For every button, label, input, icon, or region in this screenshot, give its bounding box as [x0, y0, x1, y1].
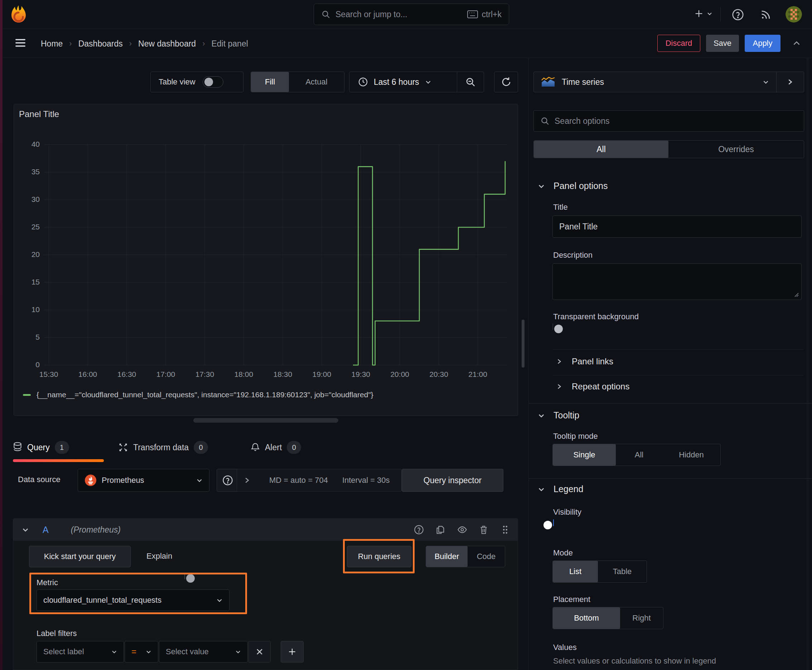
repeat-options-collapsed-section[interactable]: Repeat options [556, 382, 629, 392]
select-value-dropdown[interactable]: Select value [159, 641, 248, 663]
discard-button[interactable]: Discard [657, 35, 700, 52]
search-options-placeholder: Search options [554, 116, 609, 126]
main-scrollbar-thumb[interactable] [522, 320, 524, 367]
chevron-down-icon [538, 412, 545, 419]
explain-toggle[interactable] [185, 573, 185, 579]
x-tick-label: 16:30 [112, 370, 141, 379]
legend-section-header[interactable]: Legend [538, 484, 583, 494]
tooltip-hidden-option[interactable]: Hidden [662, 444, 720, 465]
query-ref-id: A [42, 524, 49, 535]
legend-mode-list-option[interactable]: List [553, 561, 598, 582]
run-queries-button[interactable]: Run queries [347, 546, 411, 567]
news-rss-icon[interactable] [760, 8, 772, 21]
query-help-icon[interactable] [414, 524, 424, 535]
transparent-background-toggle[interactable] [553, 323, 553, 330]
x-tick-label: 18:30 [268, 370, 297, 379]
visualization-picker[interactable]: Time series [534, 72, 776, 92]
chevron-down-icon[interactable] [22, 526, 29, 533]
tab-transform-label: Transform data [133, 443, 189, 452]
legend-visibility-toggle[interactable] [553, 519, 554, 526]
grafana-logo-icon[interactable] [10, 5, 27, 24]
sidebar-scrollbar-track[interactable] [806, 58, 809, 670]
breadcrumb-new-dashboard[interactable]: New dashboard [138, 39, 196, 49]
refresh-button[interactable] [494, 71, 518, 92]
breadcrumb-separator: › [69, 39, 71, 48]
search-shortcut: ctrl+k [467, 10, 502, 19]
remove-filter-close-icon[interactable] [249, 641, 271, 663]
tooltip-single-option[interactable]: Single [553, 444, 616, 465]
chevron-down-icon [146, 649, 151, 655]
legend-item[interactable]: {__name__="cloudflared_tunnel_total_requ… [23, 391, 373, 399]
fit-actual-option[interactable]: Actual [289, 72, 344, 92]
legend-placement-right-option[interactable]: Right [620, 607, 663, 629]
kick-start-query-button[interactable]: Kick start your query [29, 546, 131, 567]
tab-query[interactable]: Query 1 [13, 437, 69, 457]
help-icon[interactable] [732, 8, 744, 21]
panel-options-section-header[interactable]: Panel options [538, 181, 608, 191]
legend-mode-table-option[interactable]: Table [598, 561, 647, 582]
legend-series-swatch[interactable] [23, 394, 31, 396]
explain-label: Explain [146, 552, 172, 561]
label-filters-label: Label filters [37, 629, 77, 638]
y-tick-label: 35 [17, 168, 40, 176]
query-options-summary[interactable]: MD = auto = 704 Interval = 30s [237, 469, 402, 492]
builder-mode-option[interactable]: Builder [426, 546, 468, 567]
user-avatar[interactable] [785, 6, 802, 22]
title-field-label: Title [553, 203, 568, 212]
query-inspector-button[interactable]: Query inspector [402, 469, 503, 492]
prometheus-icon [85, 474, 97, 486]
zoom-out-icon[interactable] [457, 72, 484, 92]
select-label-dropdown[interactable]: Select label [37, 641, 124, 663]
x-tick-label: 18:00 [229, 370, 258, 379]
query-datasource-hint: (Prometheus) [71, 525, 120, 535]
panel-preview-card: Panel Title 0510152025303540 15:3016:001… [14, 104, 518, 416]
visualization-value: Time series [562, 77, 604, 87]
toggle-visibility-eye-icon[interactable] [457, 524, 468, 535]
collapse-options-pane-button[interactable] [776, 72, 804, 92]
collapse-chevron-up-icon[interactable] [791, 38, 802, 49]
description-textarea[interactable] [553, 264, 802, 300]
series-line [353, 161, 505, 365]
operator-dropdown[interactable]: = [125, 641, 158, 663]
tooltip-all-option[interactable]: All [616, 444, 662, 465]
panel-title-input[interactable] [553, 215, 802, 238]
query-row-card: A (Prometheus) Kick start your query Exp… [13, 518, 518, 670]
chevron-right-icon[interactable] [244, 477, 251, 484]
database-icon [13, 442, 22, 453]
fit-fill-option[interactable]: Fill [251, 72, 289, 92]
time-range-picker[interactable]: Last 6 hours [349, 72, 457, 92]
panel-resize-handle[interactable] [193, 418, 338, 423]
data-source-picker[interactable]: Prometheus [78, 469, 209, 492]
duplicate-query-icon[interactable] [436, 524, 445, 535]
breadcrumb-dashboards[interactable]: Dashboards [78, 39, 123, 49]
legend-placement-bottom-option[interactable]: Bottom [553, 607, 620, 629]
chevron-right-icon [556, 358, 563, 365]
add-filter-button[interactable] [281, 641, 303, 663]
code-mode-option[interactable]: Code [468, 546, 505, 567]
tooltip-section-header[interactable]: Tooltip [538, 410, 579, 421]
scope-overrides-option[interactable]: Overrides [668, 140, 804, 158]
metric-select[interactable]: cloudflared_tunnel_total_requests [37, 589, 229, 611]
save-button[interactable]: Save [706, 35, 739, 52]
delete-query-trash-icon[interactable] [479, 524, 488, 535]
query-row-header[interactable]: A (Prometheus) [13, 519, 518, 541]
add-new-button[interactable] [694, 8, 712, 19]
apply-button[interactable]: Apply [745, 35, 780, 52]
breadcrumb-edit-panel: Edit panel [211, 39, 248, 49]
menu-hamburger-icon[interactable] [15, 38, 26, 47]
breadcrumb-home[interactable]: Home [41, 39, 63, 49]
tab-alert[interactable]: Alert 0 [251, 437, 301, 457]
top-app-bar: Search or jump to... ctrl+k [0, 0, 812, 29]
data-source-help-button[interactable] [217, 469, 239, 492]
search-options-input[interactable]: Search options [534, 110, 804, 132]
legend-series-name[interactable]: {__name__="cloudflared_tunnel_total_requ… [37, 391, 373, 399]
resize-grip-icon[interactable] [793, 292, 799, 298]
global-search-input[interactable]: Search or jump to... ctrl+k [314, 3, 509, 25]
scope-all-option[interactable]: All [534, 140, 668, 158]
tooltip-mode-segmented: Single All Hidden [553, 444, 721, 466]
panel-links-collapsed-section[interactable]: Panel links [556, 357, 613, 367]
table-view-toggle[interactable] [203, 76, 224, 88]
tab-transform-data[interactable]: Transform data 0 [118, 437, 208, 457]
drag-handle-grip-icon[interactable] [501, 524, 509, 535]
chart-area[interactable] [14, 104, 518, 416]
